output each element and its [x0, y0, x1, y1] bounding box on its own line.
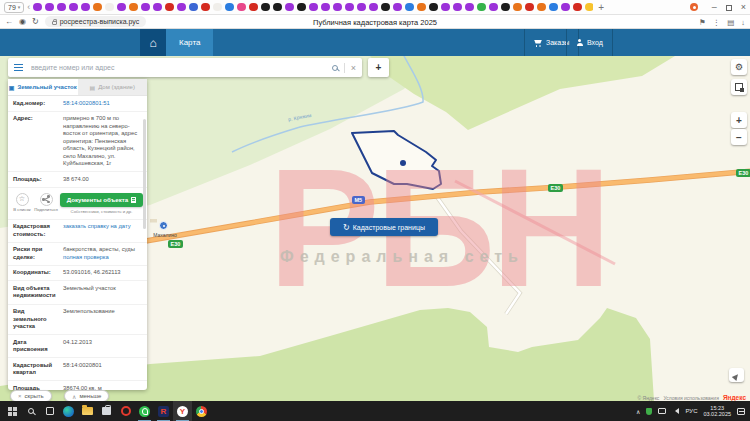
tab-favicon[interactable]	[33, 3, 42, 12]
defender-icon[interactable]	[646, 408, 652, 415]
tab-favicon[interactable]	[213, 3, 222, 12]
menu-icon[interactable]	[14, 64, 23, 71]
language-indicator[interactable]: РУС	[685, 408, 697, 414]
tab-favicon[interactable]	[81, 3, 90, 12]
object-documents-button[interactable]: Документы объекта	[60, 193, 143, 207]
tab-favicon[interactable]	[585, 3, 593, 12]
clock[interactable]: 15:23 03.02.2025	[703, 405, 731, 418]
tab-favicon[interactable]	[165, 3, 174, 12]
tab-favicon[interactable]	[489, 3, 498, 12]
tab-favicon[interactable]	[477, 3, 486, 12]
tab-favicon[interactable]	[285, 3, 294, 12]
download-icon[interactable]: ↓	[741, 18, 745, 27]
edge-icon[interactable]	[59, 401, 78, 421]
search-icon[interactable]	[332, 65, 338, 71]
restore-button[interactable]	[726, 5, 732, 11]
tab-favicon[interactable]	[429, 3, 438, 12]
network-icon[interactable]	[658, 408, 666, 414]
tab-favicon[interactable]	[345, 3, 354, 12]
tab-favicon[interactable]	[573, 3, 582, 12]
url-field[interactable]: росреестра-выписка.рус	[45, 16, 147, 27]
tab-favicon[interactable]	[537, 3, 546, 12]
opera-icon[interactable]	[116, 401, 135, 421]
zoom-out-button[interactable]: −	[731, 129, 747, 145]
tab-favicon[interactable]	[249, 3, 258, 12]
tab-favicon[interactable]	[441, 3, 450, 12]
tab-favicon[interactable]	[273, 3, 282, 12]
yandex-logo[interactable]: Яндекс	[723, 394, 746, 401]
tab-favicon[interactable]	[93, 3, 102, 12]
yandex-icon[interactable]	[173, 401, 192, 421]
tab-favicon[interactable]	[117, 3, 126, 12]
tab-favicon[interactable]	[453, 3, 462, 12]
tab-favicon[interactable]	[45, 3, 54, 12]
map-layers-button[interactable]: ⚙	[731, 59, 747, 75]
chrome-icon[interactable]	[192, 401, 211, 421]
tab-favicon[interactable]	[393, 3, 402, 12]
detail-link[interactable]: заказать справку на дату	[63, 223, 131, 229]
detail-link[interactable]: 58:14:0020801:51	[63, 100, 110, 106]
tab-favicon[interactable]	[261, 3, 270, 12]
tab-favicon[interactable]	[501, 3, 510, 12]
action-center-icon[interactable]	[737, 408, 745, 415]
start-icon[interactable]	[2, 401, 21, 421]
volume-icon[interactable]	[672, 408, 679, 414]
tray-expand-icon[interactable]: ∧	[636, 408, 640, 415]
tab-favicon[interactable]	[525, 3, 534, 12]
refresh-icon[interactable]: ↻	[32, 17, 39, 26]
tab-favicon[interactable]	[189, 3, 198, 12]
detail-extra-link[interactable]: полная проверка	[63, 254, 109, 260]
close-button[interactable]: ×	[741, 3, 746, 12]
tab-favicon[interactable]	[417, 3, 426, 12]
tab-land-parcel[interactable]: ▣ Земельный участок	[8, 79, 78, 95]
minimize-button[interactable]: –	[712, 3, 717, 12]
tab-favicon[interactable]	[321, 3, 330, 12]
clear-icon[interactable]: ×	[351, 63, 356, 73]
tab-favicon[interactable]	[201, 3, 210, 12]
tab-favicon[interactable]	[369, 3, 378, 12]
tab-favicon[interactable]	[381, 3, 390, 12]
protect-icon[interactable]: ◉	[19, 17, 26, 26]
search2-icon[interactable]	[21, 401, 40, 421]
tab-building[interactable]: ▤ Дом (здание)	[78, 79, 148, 95]
tab-favicon[interactable]	[357, 3, 366, 12]
tab-favicon[interactable]	[513, 3, 522, 12]
tab-counter[interactable]: 79 ▾	[4, 2, 24, 13]
zoom-in-button[interactable]: +	[731, 112, 747, 128]
rapp-icon[interactable]	[154, 401, 173, 421]
bookmark-icon[interactable]: ⚑	[699, 18, 706, 27]
taskview-icon[interactable]	[40, 401, 59, 421]
tab-favicon[interactable]	[141, 3, 150, 12]
tab-favicon[interactable]	[129, 3, 138, 12]
bus-station-icon[interactable]	[159, 221, 168, 230]
tab-favicon[interactable]	[177, 3, 186, 12]
panel-scrollbar[interactable]	[143, 119, 146, 229]
tab-scroll-left-icon[interactable]: ‹	[27, 2, 30, 13]
login-button[interactable]: Вход	[566, 29, 613, 56]
whatsapp-icon[interactable]	[135, 401, 154, 421]
store-icon[interactable]	[97, 401, 116, 421]
tab-map[interactable]: Карта	[166, 29, 213, 56]
tab-favicon[interactable]	[225, 3, 234, 12]
tab-favicon[interactable]	[561, 3, 570, 12]
tab-favicon[interactable]	[309, 3, 318, 12]
explorer-icon[interactable]	[78, 401, 97, 421]
new-tab-button[interactable]: +	[598, 2, 604, 13]
back-icon[interactable]: ←	[5, 17, 13, 26]
tab-favicon[interactable]	[405, 3, 414, 12]
tab-favicon[interactable]	[57, 3, 66, 12]
tab-favicon[interactable]	[153, 3, 162, 12]
tab-favicon[interactable]	[465, 3, 474, 12]
home-button[interactable]: ⌂	[140, 29, 166, 56]
extension-icon[interactable]	[690, 3, 698, 11]
map-extent-button[interactable]	[731, 79, 747, 95]
sidebar-icon[interactable]: ▤	[727, 18, 734, 27]
cadastral-borders-button[interactable]: ↻ Кадастровые границы	[330, 218, 438, 236]
tab-favicon[interactable]	[105, 3, 114, 12]
tab-favicon[interactable]	[237, 3, 246, 12]
add-to-list-button[interactable]: ☆	[16, 193, 29, 206]
tab-favicon[interactable]	[69, 3, 78, 12]
locate-button[interactable]	[729, 368, 744, 382]
search-input[interactable]	[29, 63, 332, 72]
tab-favicon[interactable]	[333, 3, 342, 12]
